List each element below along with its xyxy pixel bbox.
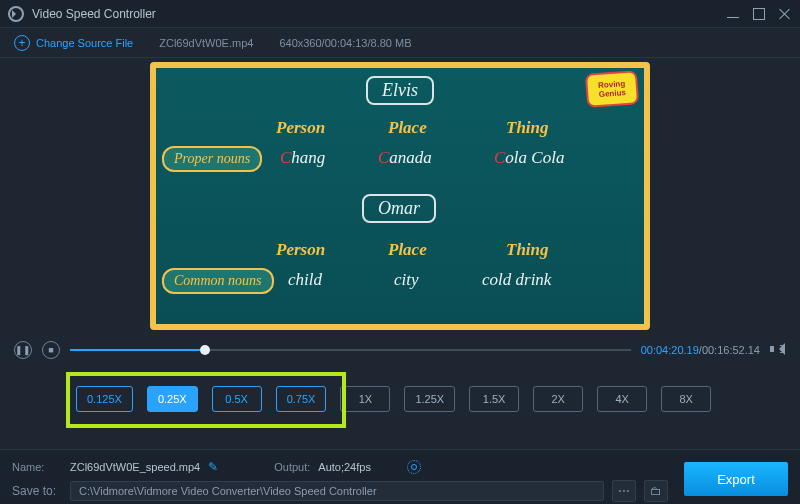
speed-button-1p5x[interactable]: 1.5X xyxy=(469,386,519,412)
change-source-label: Change Source File xyxy=(36,37,133,49)
video-header-thing: Thing xyxy=(506,240,549,260)
progress-fill xyxy=(70,349,205,351)
window-close-button[interactable] xyxy=(778,7,792,21)
current-time: 00:04:20.19 xyxy=(641,344,699,356)
speed-button-4x[interactable]: 4X xyxy=(597,386,647,412)
video-text: Chang xyxy=(280,148,325,168)
speed-row: 0.125X0.25X0.5X0.75X1X1.25X1.5X2X4X8X xyxy=(70,376,730,422)
name-label: Name: xyxy=(12,461,62,473)
open-folder-button[interactable]: 🗀 xyxy=(644,480,668,502)
time-display: 00:04:20.19/00:16:52.14 xyxy=(641,344,760,356)
source-metadata: 640x360/00:04:13/8.80 MB xyxy=(279,37,411,49)
plus-circle-icon: + xyxy=(14,35,30,51)
titlebar: Video Speed Controller xyxy=(0,0,800,28)
change-source-button[interactable]: + Change Source File xyxy=(14,35,133,51)
window-maximize-button[interactable] xyxy=(752,7,766,21)
output-format-value: Auto;24fps xyxy=(318,461,371,473)
video-text: Cola Cola xyxy=(494,148,564,168)
export-button[interactable]: Export xyxy=(684,462,788,496)
video-text: cold drink xyxy=(482,270,551,290)
transport-bar: ❚❚ ■ 00:04:20.19/00:16:52.14 xyxy=(0,336,800,364)
brand-badge: Roving Genius xyxy=(585,70,639,108)
video-preview[interactable]: Roving Genius Elvis Person Place Thing P… xyxy=(150,62,650,330)
output-settings-icon[interactable] xyxy=(407,460,421,474)
video-text: Omar xyxy=(362,194,436,223)
speed-button-2x[interactable]: 2X xyxy=(533,386,583,412)
play-pause-button[interactable]: ❚❚ xyxy=(14,341,32,359)
speed-button-0p5x[interactable]: 0.5X xyxy=(212,386,262,412)
speed-button-1x[interactable]: 1X xyxy=(340,386,390,412)
speed-button-1p25x[interactable]: 1.25X xyxy=(404,386,455,412)
video-header-place: Place xyxy=(388,240,427,260)
video-text: city xyxy=(394,270,419,290)
video-header-person: Person xyxy=(276,118,325,138)
progress-slider[interactable] xyxy=(70,344,631,356)
speed-button-0p75x[interactable]: 0.75X xyxy=(276,386,327,412)
video-text: child xyxy=(288,270,322,290)
video-header-thing: Thing xyxy=(506,118,549,138)
video-tag-proper: Proper nouns xyxy=(162,146,262,172)
toolbar: + Change Source File ZCl69dVtW0E.mp4 640… xyxy=(0,28,800,58)
speed-button-0p125x[interactable]: 0.125X xyxy=(76,386,133,412)
app-title: Video Speed Controller xyxy=(32,7,726,21)
bottom-panel: Name: ZCl69dVtW0E_speed.mp4 ✎ Output: Au… xyxy=(0,449,800,504)
video-header-person: Person xyxy=(276,240,325,260)
total-time: 00:16:52.14 xyxy=(702,344,760,356)
video-tag-common: Common nouns xyxy=(162,268,274,294)
edit-name-icon[interactable]: ✎ xyxy=(208,460,218,474)
window-minimize-button[interactable] xyxy=(726,7,740,21)
saveto-more-button[interactable]: ⋯ xyxy=(612,480,636,502)
volume-icon[interactable] xyxy=(770,342,786,358)
speed-selector-area: 0.125X0.25X0.5X0.75X1X1.25X1.5X2X4X8X xyxy=(0,364,800,430)
speed-button-8x[interactable]: 8X xyxy=(661,386,711,412)
progress-knob[interactable] xyxy=(200,345,210,355)
video-text: Elvis xyxy=(366,76,434,105)
video-text: Canada xyxy=(378,148,432,168)
source-filename: ZCl69dVtW0E.mp4 xyxy=(159,37,253,49)
video-preview-stage: Roving Genius Elvis Person Place Thing P… xyxy=(0,58,800,336)
output-name-value: ZCl69dVtW0E_speed.mp4 xyxy=(70,461,200,473)
app-logo-icon xyxy=(8,6,24,22)
speed-button-0p25x[interactable]: 0.25X xyxy=(147,386,198,412)
saveto-path-input[interactable]: C:\Vidmore\Vidmore Video Converter\Video… xyxy=(70,481,604,501)
video-header-place: Place xyxy=(388,118,427,138)
stop-button[interactable]: ■ xyxy=(42,341,60,359)
saveto-label: Save to: xyxy=(12,484,62,498)
output-label: Output: xyxy=(274,461,310,473)
